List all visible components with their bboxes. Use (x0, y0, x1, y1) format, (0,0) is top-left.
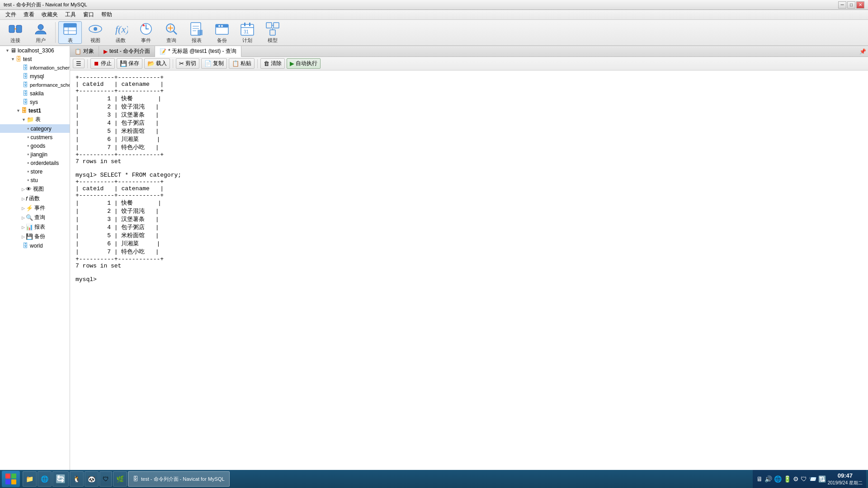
cmd-paste-btn[interactable]: 📋 粘贴 (229, 58, 255, 69)
tray-icon-8[interactable]: 🔃 (818, 475, 826, 483)
menu-file[interactable]: 文件 (2, 10, 20, 19)
expand-icon: ▼ (16, 108, 20, 113)
taskbar-app4[interactable]: 🛡 (99, 471, 112, 487)
tray-icon-7[interactable]: 📨 (809, 475, 816, 483)
start-button[interactable] (2, 471, 20, 487)
svg-point-24 (218, 25, 220, 27)
tray-icon-2[interactable]: 🔊 (764, 475, 772, 483)
toolbar-user[interactable]: 用户 (29, 21, 52, 44)
menu-view[interactable]: 查看 (20, 10, 38, 19)
tab-bar: 📋 对象 ▶ test - 命令列介面 📝 * 无标题 @test1 (test… (70, 46, 868, 57)
tray-datetime[interactable]: 09:47 2019/9/24 星期二 (828, 472, 863, 486)
sidebar-item-orderdetails[interactable]: ▪ orderdetails (0, 159, 70, 167)
svg-rect-8 (64, 23, 76, 27)
toolbar: 连接 用户 表 视图 f(x) 函数 事件 查询 (0, 20, 868, 46)
sidebar-item-events[interactable]: ▷ ⚡ 事件 (0, 203, 70, 213)
svg-rect-28 (244, 23, 245, 26)
cmd-copy-btn[interactable]: 📄 复制 (201, 58, 227, 69)
cmd-menu-btn[interactable]: ☰ (73, 59, 85, 68)
taskbar-browser[interactable]: 🌐 (38, 471, 52, 487)
taskbar-app3[interactable]: 🐼 (85, 471, 99, 487)
cmd-cut-btn[interactable]: ✂ 剪切 (176, 58, 199, 69)
cmd-stop-btn[interactable]: ⏹ 停止 (90, 58, 115, 69)
sidebar-item-world[interactable]: 🗄 world (0, 241, 70, 250)
sidebar-item-sys[interactable]: 🗄 sys (0, 98, 70, 106)
svg-point-25 (221, 25, 223, 27)
taskbar-app2[interactable]: 🐧 (70, 471, 84, 487)
taskbar-explorer[interactable]: 📁 (23, 471, 37, 487)
sidebar-item-stu[interactable]: ▪ stu (0, 176, 70, 184)
content-area: 📋 对象 ▶ test - 命令列介面 📝 * 无标题 @test1 (test… (70, 46, 868, 470)
tray-icon-3[interactable]: 🌐 (774, 475, 782, 483)
toolbar-connect[interactable]: 连接 (4, 21, 27, 44)
toolbar-func[interactable]: f(x) 函数 (109, 21, 132, 44)
toolbar-event[interactable]: 事件 (134, 21, 158, 44)
close-button[interactable]: ✕ (856, 1, 864, 9)
tray-icon-1[interactable]: 🖥 (756, 475, 763, 483)
sidebar-item-category[interactable]: ▪ category (0, 124, 70, 133)
sidebar-item-tables[interactable]: ▼ 📁 表 (0, 115, 70, 124)
sidebar-item-goods[interactable]: ▪ goods (0, 141, 70, 150)
pin-button[interactable]: 📌 (857, 46, 868, 56)
tab-cmdline[interactable]: ▶ test - 命令列介面 (99, 46, 155, 56)
sidebar-item-reports[interactable]: ▷ 📊 报表 (0, 222, 70, 232)
toolbar-table[interactable]: 表 (58, 21, 82, 44)
expand-icon: ▼ (5, 48, 9, 53)
menu-help[interactable]: 帮助 (98, 10, 116, 19)
sidebar-item-information_schema[interactable]: 🗄 information_schema (0, 63, 70, 72)
maximize-button[interactable]: □ (847, 1, 855, 9)
clear-icon: 🗑 (264, 60, 269, 67)
toolbar-backup[interactable]: 备份 (210, 21, 234, 44)
cmd-clear-btn[interactable]: 🗑 清除 (260, 58, 285, 69)
sidebar-item-mysql[interactable]: 🗄 mysql (0, 72, 70, 80)
cmd-autorun-btn[interactable]: ▶ 自动执行 (287, 58, 321, 69)
menu-window[interactable]: 窗口 (80, 10, 98, 19)
terminal[interactable]: +----------+------------+ | cateid | cat… (70, 70, 868, 470)
window-controls: ─ □ ✕ (838, 1, 864, 9)
cmd-save-btn[interactable]: 💾 保存 (117, 58, 142, 69)
sidebar-item-store[interactable]: ▪ store (0, 167, 70, 176)
tab-query[interactable]: 📝 * 无标题 @test1 (test) - 查询 (155, 46, 241, 57)
menu-icon: ☰ (76, 60, 81, 67)
save-icon: 💾 (120, 60, 127, 67)
taskbar-navicat[interactable]: 🗄 test - 命令列介面 - Navicat for MySQL (128, 471, 230, 487)
sidebar-item-functions[interactable]: ▷ f 函数 (0, 194, 70, 203)
svg-text:31: 31 (244, 29, 249, 34)
sidebar-item-backups[interactable]: ▷ 💾 备份 (0, 232, 70, 241)
sidebar-item-views[interactable]: ▷ 👁 视图 (0, 184, 70, 194)
taskbar-app5[interactable]: 🌿 (113, 471, 127, 487)
cmd-sep-1 (87, 59, 88, 68)
toolbar-schedule[interactable]: 31 计划 (236, 21, 259, 44)
sidebar-item-custmers[interactable]: ▪ custmers (0, 133, 70, 141)
menu-favorites[interactable]: 收藏夹 (38, 10, 61, 19)
sidebar-item-queries[interactable]: ▷ 🔍 查询 (0, 213, 70, 222)
svg-rect-31 (266, 23, 272, 28)
sidebar-item-sakila[interactable]: 🗄 sakila (0, 89, 70, 98)
svg-rect-0 (9, 25, 14, 33)
load-icon: 📂 (147, 60, 155, 67)
view-icon (88, 22, 103, 36)
taskbar-app1[interactable]: 🔄 (52, 471, 69, 487)
tab-objects[interactable]: 📋 对象 (70, 46, 99, 56)
toolbar-query[interactable]: 查询 (160, 21, 183, 44)
cmd-load-btn[interactable]: 📂 载入 (144, 58, 170, 69)
sidebar-item-test1[interactable]: ▼ 🗄 test1 (0, 106, 70, 115)
expand-icon: ▷ (22, 235, 25, 239)
sidebar-item-performance_schema[interactable]: 🗄 performance_schema (0, 80, 70, 89)
toolbar-model[interactable]: 模型 (261, 21, 284, 44)
toolbar-report[interactable]: 报表 (185, 21, 208, 44)
sidebar-item-jiangjin[interactable]: ▪ jiangjin (0, 150, 70, 159)
tray-icon-5[interactable]: ⚙ (793, 475, 799, 483)
main-layout: ▼ 🖥 localhost_3306 ▼ 🗄 test 🗄 informatio… (0, 46, 868, 470)
minimize-button[interactable]: ─ (838, 1, 846, 9)
tray-icon-4[interactable]: 🔋 (783, 475, 791, 483)
svg-line-14 (174, 31, 177, 34)
toolbar-view[interactable]: 视图 (84, 21, 107, 44)
sidebar-item-test[interactable]: ▼ 🗄 test (0, 55, 70, 63)
stop-icon: ⏹ (94, 60, 99, 67)
autorun-icon: ▶ (290, 60, 294, 67)
svg-rect-33 (270, 30, 275, 35)
menu-tools[interactable]: 工具 (61, 10, 80, 19)
tray-icon-6[interactable]: 🛡 (801, 475, 807, 483)
sidebar-item-localhost[interactable]: ▼ 🖥 localhost_3306 (0, 46, 70, 55)
